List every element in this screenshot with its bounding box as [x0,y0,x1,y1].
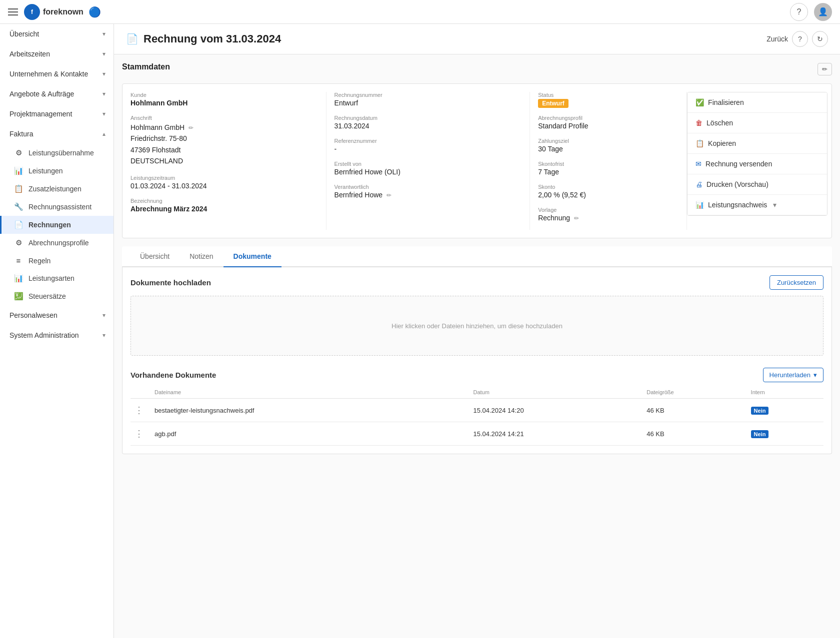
sidebar-item-ubersicht[interactable]: Übersicht ▾ [0,24,114,44]
chevron-down-icon: ▾ [102,312,106,319]
anschrift-label: Anschrift [130,115,318,121]
skontofrist-value: 7 Tage [538,168,678,176]
row-date-2: 15.04.2024 14:21 [469,422,642,446]
faktura-submenu: ⚙ Leistungsübernahme 📊 Leistungen 📋 Zusa… [0,144,114,305]
loschen-icon: 🗑 [696,119,702,127]
user-avatar[interactable]: 👤 [814,3,832,21]
existing-docs-header: Vorhandene Dokumente Herunterladen ▾ [130,368,824,382]
bezeichnung-field: Bezeichnung Abrechnung März 2024 [130,198,318,213]
documents-panel: Dokumente hochladen Zurücksetzen Hier kl… [122,267,832,454]
col-filename: Dateiname [150,386,469,399]
finalisieren-button[interactable]: ✅ Finalisieren [688,92,827,113]
page-header: 📄 Rechnung vom 31.03.2024 Zurück ? ↻ [114,24,840,54]
vorlage-edit-icon[interactable]: ✏ [574,215,579,222]
bezeichnung-value: Abrechnung März 2024 [130,205,318,213]
chevron-down-icon: ▾ [102,332,106,339]
help-icon-button[interactable]: ? [792,31,808,47]
sidebar-item-system-administration[interactable]: System Administration ▾ [0,325,114,345]
kopieren-button[interactable]: 📋 Kopieren [688,133,827,154]
download-dropdown-button[interactable]: Herunterladen ▾ [763,368,824,382]
erstellt-field: Erstellt von Bernfried Howe (OLI) [334,161,522,176]
stammdaten-col-2: Rechnungsnummer Entwurf Rechnungsdatum 3… [326,92,530,230]
logo-icon: f [24,4,40,20]
leistungsnachweis-icon: 📊 [696,201,704,209]
rechnungsnummer-field: Rechnungsnummer Entwurf [334,92,522,107]
abrechnungsprofil-value: Standard Profile [538,122,678,130]
upload-zone[interactable]: Hier klicken oder Dateien hinziehen, um … [130,296,824,356]
stammdaten-container: Stammdaten ✏ Kunde Hohlmann GmbH Anschri… [114,54,840,238]
sidebar-item-leistungsubernahme[interactable]: ⚙ Leistungsübernahme [0,144,114,162]
kunde-label: Kunde [130,92,318,98]
skontofrist-label: Skontofrist [538,161,678,167]
referenznummer-field: Referenznummer - [334,138,522,153]
regeln-icon: ≡ [14,256,24,265]
abrechnungsprofile-icon: ⚙ [14,238,24,247]
sidebar-item-unternehmen[interactable]: Unternehmen & Kontakte ▾ [0,64,114,84]
sidebar-item-steuersatze[interactable]: 💹 Steuersätze [0,287,114,305]
back-button[interactable]: Zurück [766,35,788,43]
chevron-down-icon: ▾ [102,110,106,117]
verantwortlich-edit-icon[interactable]: ✏ [386,192,392,199]
leistungen-icon: 📊 [14,166,24,175]
intern-badge: Nein [751,407,769,415]
sidebar-item-faktura[interactable]: Faktura ▴ [0,124,114,144]
row-menu-1[interactable]: ⋮ [130,399,150,422]
drucken-icon: 🖨 [696,180,702,188]
sidebar-item-projektmanagement[interactable]: Projektmanagement ▾ [0,104,114,124]
dropdown-chevron-icon: ▾ [814,371,817,379]
three-dots-icon[interactable]: ⋮ [134,405,144,415]
anschrift-edit-icon[interactable]: ✏ [188,124,194,131]
status-badge: Entwurf [538,99,678,107]
tab-ubersicht[interactable]: Übersicht [130,246,180,267]
sidebar-item-arbeitszeiten[interactable]: Arbeitszeiten ▾ [0,44,114,64]
versenden-button[interactable]: ✉ Rechnung versenden [688,154,827,174]
row-filesize-2: 46 KB [642,422,746,446]
refresh-button[interactable]: ↻ [812,31,828,47]
referenznummer-label: Referenznummer [334,138,522,144]
sidebar-item-zusatzleistungen[interactable]: 📋 Zusatzleistungen [0,180,114,198]
sidebar-item-leistungsarten[interactable]: 📊 Leistungsarten [0,269,114,287]
sidebar-item-angebote[interactable]: Angebote & Aufträge ▾ [0,84,114,104]
sidebar-item-rechnungen[interactable]: 📄 Rechnungen [0,216,114,234]
sidebar-item-rechnungsassistent[interactable]: 🔧 Rechnungsassistent [0,198,114,216]
reset-button[interactable]: Zurücksetzen [770,275,824,290]
rechnungsassistent-icon: 🔧 [14,202,24,211]
verantwortlich-label: Verantwortlich [334,184,522,190]
row-menu-2[interactable]: ⋮ [130,422,150,446]
sidebar-item-abrechnungsprofile[interactable]: ⚙ Abrechnungsprofile [0,234,114,252]
edit-stammdaten-button[interactable]: ✏ [818,63,832,75]
anschrift-line4: DEUTSCHLAND [130,155,318,166]
row-date-1: 15.04.2024 14:20 [469,399,642,422]
zusatzleistungen-icon: 📋 [14,184,24,193]
section-title: Stammdaten [122,62,170,71]
tab-notizen[interactable]: Notizen [180,246,223,267]
row-filename-2: agb.pdf [150,422,469,446]
three-dots-icon[interactable]: ⋮ [134,429,144,439]
anschrift-line1: Hohlmann GmbH ✏ [130,122,318,133]
top-navigation: f foreknown 🔵 ? 👤 [0,0,840,24]
row-filesize-1: 46 KB [642,399,746,422]
upload-header: Dokumente hochladen Zurücksetzen [130,275,824,290]
status-field: Status Entwurf [538,92,678,107]
verantwortlich-field: Verantwortlich Bernfried Howe ✏ [334,184,522,199]
sidebar-item-leistungen[interactable]: 📊 Leistungen [0,162,114,180]
tab-dokumente[interactable]: Dokumente [224,246,282,267]
leistungsubernahme-icon: ⚙ [14,148,24,157]
leistungszeitraum-field: Leistungszeitraum 01.03.2024 - 31.03.202… [130,175,318,190]
leistungsnachweis-button[interactable]: 📊 Leistungsnachweis ▾ [688,195,827,215]
erstellt-value: Bernfried Howe (OLI) [334,168,522,176]
chevron-up-icon: ▴ [102,130,106,137]
help-button[interactable]: ? [790,3,808,21]
action-buttons-col: ✅ Finalisieren 🗑 Löschen 📋 Kopieren [687,92,828,230]
loschen-button[interactable]: 🗑 Löschen [688,113,827,133]
row-intern-2: Nein [747,422,824,446]
hamburger-menu[interactable] [8,8,18,15]
stammdaten-col-1: Kunde Hohlmann GmbH Anschrift Hohlmann G… [126,92,326,230]
drucken-button[interactable]: 🖨 Drucken (Vorschau) [688,174,827,195]
sidebar-item-regeln[interactable]: ≡ Regeln [0,252,114,269]
leistungsnachweis-dropdown-icon: ▾ [773,201,776,209]
col-filesize: Dateigröße [642,386,746,399]
sidebar-item-personalwesen[interactable]: Personalwesen ▾ [0,305,114,325]
leistungszeitraum-label: Leistungszeitraum [130,175,318,181]
row-filename-1: bestaetigter-leistungsnachweis.pdf [150,399,469,422]
